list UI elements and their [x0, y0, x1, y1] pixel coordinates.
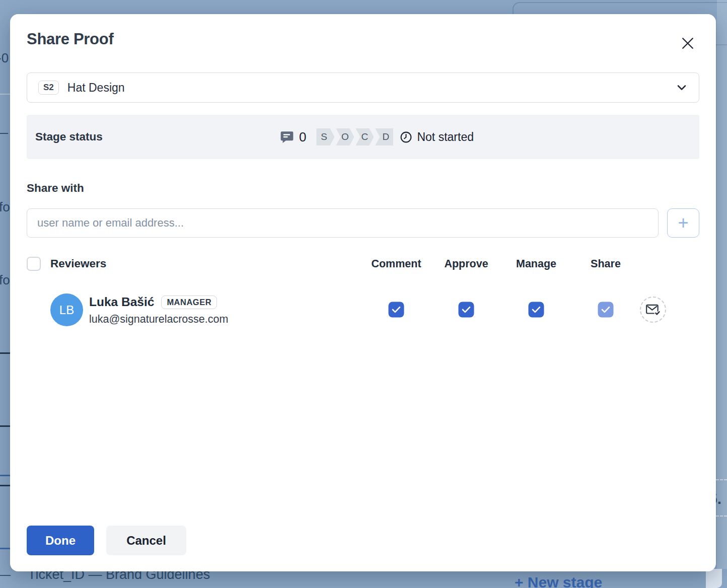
bg-breadcrumb-dash: — [0, 567, 11, 582]
done-button[interactable]: Done [27, 526, 94, 555]
role-badge: MANAGER [161, 296, 217, 309]
bg-divider [0, 94, 10, 95]
stage-badge: S2 [38, 81, 59, 95]
share-with-input[interactable] [27, 208, 659, 238]
speech-bubble-icon [280, 130, 294, 144]
column-header-approve: Approve [444, 258, 488, 270]
chevron-down-icon [676, 82, 688, 94]
bg-divider [0, 425, 10, 427]
bg-text-fragment: fo [0, 199, 10, 215]
step-s: S [316, 128, 334, 145]
bg-divider [0, 475, 10, 476]
select-all-checkbox[interactable] [27, 257, 41, 271]
column-header-comment: Comment [371, 258, 421, 270]
bg-right-panel-edge [717, 0, 727, 569]
step-d: D [375, 128, 393, 145]
avatar: LB [50, 293, 83, 326]
column-header-manage: Manage [516, 258, 556, 270]
bg-divider [0, 352, 10, 354]
bg-divider [0, 485, 10, 486]
manage-checkbox[interactable] [529, 302, 544, 318]
stage-status-text: Not started [417, 130, 474, 144]
column-header-share: Share [591, 258, 621, 270]
checkmark-icon [391, 305, 402, 315]
bg-text-fragment: — [0, 125, 8, 140]
close-button[interactable] [680, 35, 696, 51]
x-icon [681, 37, 694, 50]
reviewers-header: Reviewers [50, 257, 106, 270]
share-proof-dialog: Share Proof S2 Hat Design Stage status [10, 14, 716, 571]
checkmark-icon [531, 305, 542, 315]
new-stage-button[interactable]: + New stage [515, 574, 602, 588]
stage-select-value: Hat Design [67, 81, 125, 95]
comment-count: 0 [299, 129, 306, 145]
bg-panel-corner [706, 569, 722, 588]
bg-dashed-line [716, 516, 727, 517]
reviewer-email: luka@signaturelacrosse.com [89, 313, 228, 326]
step-c: C [355, 128, 374, 145]
bg-divider [0, 548, 10, 549]
bg-text-fragment: fo [0, 272, 10, 288]
stage-status-bar: Stage status 0 S O C D [27, 115, 699, 159]
checkmark-icon [601, 305, 611, 315]
stage-status-summary: 0 S O C D Not started [280, 128, 474, 145]
checkmark-icon [461, 305, 472, 315]
stage-steps: S O C D [316, 128, 393, 145]
stage-status-label: Stage status [35, 130, 103, 143]
reviewer-name: Luka Bašić [89, 295, 154, 309]
email-notification-button[interactable] [640, 297, 666, 323]
reviewer-identity: Luka Bašić MANAGER [89, 295, 217, 309]
stage-select-dropdown[interactable]: S2 Hat Design [27, 72, 699, 103]
clock-icon [400, 131, 412, 143]
cancel-button[interactable]: Cancel [106, 526, 186, 555]
bg-dashed-line [716, 479, 727, 480]
email-check-icon [645, 303, 661, 316]
share-checkbox [598, 302, 614, 318]
bg-text-fragment: -0 [0, 50, 9, 66]
add-reviewer-button[interactable]: + [667, 208, 699, 238]
plus-icon: + [678, 214, 688, 232]
step-o: O [336, 128, 354, 145]
approve-checkbox[interactable] [459, 302, 474, 318]
comment-checkbox[interactable] [389, 302, 404, 318]
avatar-initials: LB [59, 303, 74, 317]
share-with-label: Share with [27, 182, 84, 195]
dialog-title: Share Proof [27, 30, 113, 48]
